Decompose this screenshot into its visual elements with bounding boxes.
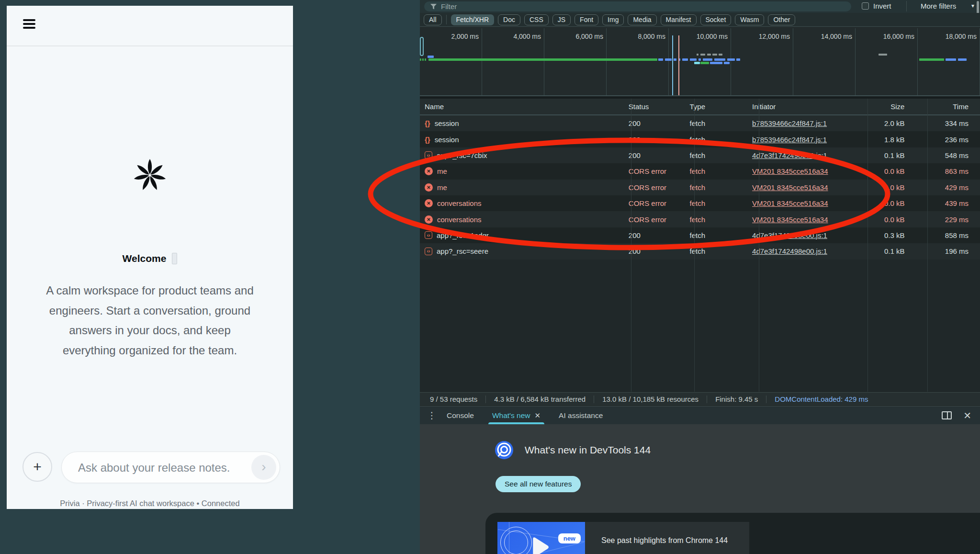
overview-request-bar bbox=[736, 58, 740, 61]
dock-side-icon[interactable] bbox=[942, 411, 952, 419]
send-chevron-icon: › bbox=[261, 460, 266, 474]
see-all-features-button[interactable]: See all new features bbox=[496, 476, 581, 492]
request-time: 548 ms bbox=[910, 151, 980, 159]
column-divider[interactable] bbox=[631, 99, 631, 392]
request-initiator-link[interactable]: b78539466c24f847.js:1 bbox=[752, 119, 827, 127]
kebab-menu-icon[interactable]: ⋮ bbox=[427, 409, 437, 422]
add-attachment-button[interactable]: + bbox=[23, 452, 52, 482]
filter-chip-css[interactable]: CSS bbox=[524, 14, 549, 25]
overview-request-bar bbox=[700, 54, 705, 56]
chrome-logo-icon bbox=[495, 441, 514, 460]
table-row[interactable]: ‹›app?_rsc=7cbix 200 fetch 4d7e3f1742498… bbox=[420, 147, 980, 163]
requests-table: NameStatusTypeInitiatorSizeTime {}sessio… bbox=[420, 99, 980, 392]
app-footer-text: Privia · Privacy-first AI chat workspace… bbox=[7, 499, 293, 508]
column-divider[interactable] bbox=[694, 99, 695, 392]
request-initiator-link[interactable]: 4d7e3f1742498e00.js:1 bbox=[752, 151, 827, 159]
table-row[interactable]: ✕conversations CORS error fetch VM201 83… bbox=[420, 195, 980, 211]
request-initiator-link[interactable]: 4d7e3f1742498e00.js:1 bbox=[752, 247, 827, 255]
request-initiator-link[interactable]: b78539466c24f847.js:1 bbox=[752, 136, 827, 144]
column-header-time[interactable]: Time bbox=[910, 102, 980, 111]
request-time: 196 ms bbox=[910, 247, 980, 255]
timeline-tick-label: 4,000 ms bbox=[473, 33, 541, 40]
table-row[interactable]: ✕me CORS error fetch VM201 8345cce516a34… bbox=[420, 163, 980, 179]
summary-item: 13.0 kB / 10,185 kB resources bbox=[594, 396, 707, 403]
overview-request-bar bbox=[420, 58, 421, 61]
filter-chip-media[interactable]: Media bbox=[628, 14, 656, 25]
play-icon bbox=[525, 534, 552, 554]
tab-close-icon[interactable]: ✕ bbox=[535, 411, 541, 420]
screen: { "app": { "title": "Welcome", "descript… bbox=[0, 0, 980, 554]
request-initiator-link[interactable]: 4d7e3f1742498e00.js:1 bbox=[752, 231, 827, 239]
requests-table-header[interactable]: NameStatusTypeInitiatorSizeTime bbox=[420, 99, 980, 115]
request-initiator-link[interactable]: VM201 8345cce516a34 bbox=[752, 183, 828, 192]
more-filters-button[interactable]: More filters bbox=[921, 2, 956, 10]
drawer-tab-what-s-new[interactable]: What's new✕ bbox=[492, 407, 541, 424]
request-time: 858 ms bbox=[910, 231, 980, 239]
timeline-tick-label: 6,000 ms bbox=[535, 33, 603, 40]
table-row[interactable]: ✕conversations CORS error fetch VM201 83… bbox=[420, 211, 980, 227]
table-row[interactable]: ‹›app?_rsc=seere 200 fetch 4d7e3f1742498… bbox=[420, 243, 980, 259]
request-name: me bbox=[437, 183, 447, 192]
highlights-text: See past highlights from Chrome 144 bbox=[601, 536, 728, 545]
filter-placeholder: Filter bbox=[441, 2, 457, 11]
filter-chip-doc[interactable]: Doc bbox=[498, 14, 520, 25]
overview-request-bar bbox=[714, 58, 725, 61]
request-size: 0.0 kB bbox=[852, 199, 910, 207]
overview-request-bar bbox=[919, 58, 944, 61]
filter-chip-all[interactable]: All bbox=[424, 14, 442, 25]
filter-chip-fetch-xhr[interactable]: Fetch/XHR bbox=[451, 14, 494, 25]
whats-new-panel: What's new in DevTools 144 See all new f… bbox=[420, 424, 980, 554]
table-row[interactable]: ✕me CORS error fetch VM201 8345cce516a34… bbox=[420, 180, 980, 195]
column-header-initiator[interactable]: Initiator bbox=[747, 102, 852, 111]
column-divider[interactable] bbox=[867, 99, 868, 392]
column-header-status[interactable]: Status bbox=[624, 102, 685, 111]
drawer-tab-console[interactable]: Console bbox=[447, 407, 474, 424]
filter-chip-font[interactable]: Font bbox=[574, 14, 598, 25]
filter-chip-js[interactable]: JS bbox=[552, 14, 571, 25]
filter-chip-socket[interactable]: Socket bbox=[700, 14, 732, 25]
whats-new-header: What's new in DevTools 144 bbox=[495, 441, 651, 460]
request-status-icon: {} bbox=[425, 119, 430, 127]
send-button[interactable]: › bbox=[251, 455, 276, 480]
overview-request-bar bbox=[697, 54, 698, 56]
table-row[interactable]: ‹›app?_rsc=1odgr 200 fetch 4d7e3f1742498… bbox=[420, 227, 980, 243]
table-row[interactable]: {}session 200 fetch b78539466c24f847.js:… bbox=[420, 131, 980, 147]
network-summary-bar: 9 / 53 requests4.3 kB / 6,584 kB transfe… bbox=[420, 392, 980, 406]
network-overview-timeline[interactable]: 2,000 ms4,000 ms6,000 ms8,000 ms10,000 m… bbox=[420, 26, 980, 96]
network-filter-toolbar: Filter Invert More filters ▾ bbox=[420, 0, 980, 13]
column-divider[interactable] bbox=[759, 99, 759, 392]
request-status: CORS error bbox=[624, 215, 685, 224]
request-initiator-link[interactable]: VM201 8345cce516a34 bbox=[752, 199, 828, 207]
overview-request-bar bbox=[428, 56, 434, 58]
hamburger-menu-icon[interactable] bbox=[23, 19, 35, 29]
overview-request-bar bbox=[727, 58, 735, 61]
request-status-icon: ✕ bbox=[425, 183, 433, 192]
column-header-size[interactable]: Size bbox=[852, 102, 910, 111]
table-row[interactable]: {}session 200 fetch b78539466c24f847.js:… bbox=[420, 115, 980, 131]
column-header-name[interactable]: Name bbox=[420, 102, 624, 111]
close-drawer-icon[interactable]: ✕ bbox=[963, 411, 971, 420]
drawer-tab-bar: ⋮ ConsoleWhat's new✕AI assistance ✕ bbox=[420, 406, 980, 424]
request-status-icon: ‹› bbox=[425, 248, 432, 255]
chat-input[interactable] bbox=[77, 452, 237, 484]
highlights-card[interactable]: new See past highlights from Chrome 144 bbox=[485, 513, 980, 554]
filter-input[interactable]: Filter bbox=[424, 1, 851, 11]
column-divider[interactable] bbox=[927, 99, 928, 392]
drawer-tab-ai-assistance[interactable]: AI assistance bbox=[559, 407, 603, 424]
filter-chip-other[interactable]: Other bbox=[768, 14, 795, 25]
request-initiator-link[interactable]: VM201 8345cce516a34 bbox=[752, 167, 828, 175]
summary-item: DOMContentLoaded: 429 ms bbox=[766, 396, 876, 403]
request-size: 0.0 kB bbox=[852, 183, 910, 192]
filter-chip-img[interactable]: Img bbox=[602, 14, 624, 25]
drawer-tab-label: What's new bbox=[492, 411, 530, 420]
filter-chip-manifest[interactable]: Manifest bbox=[661, 14, 697, 25]
summary-item: 4.3 kB / 6,584 kB transferred bbox=[485, 396, 594, 403]
highlights-text-strip: See past highlights from Chrome 144 bbox=[585, 522, 749, 554]
drawer-tab-label: AI assistance bbox=[559, 411, 603, 420]
filter-chip-wasm[interactable]: Wasm bbox=[735, 14, 764, 25]
request-status: 200 bbox=[624, 151, 685, 159]
invert-checkbox[interactable] bbox=[862, 2, 869, 10]
request-initiator-link[interactable]: VM201 8345cce516a34 bbox=[752, 215, 828, 224]
overview-request-bar bbox=[710, 62, 722, 64]
overview-event-line bbox=[678, 35, 679, 95]
